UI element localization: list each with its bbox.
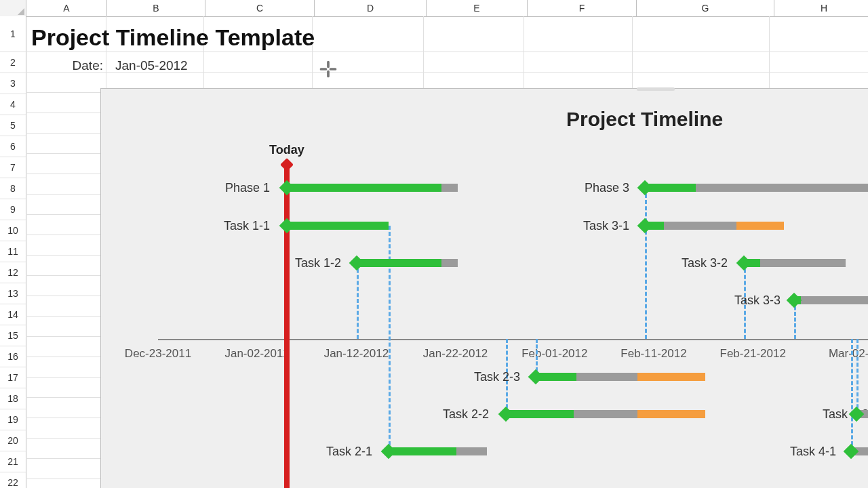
row-header[interactable]: 11 — [0, 241, 26, 262]
axis-tick: Feb-11-2012 — [620, 347, 686, 361]
bar-label: Task 1-1 — [224, 219, 270, 233]
row-header[interactable]: 7 — [0, 157, 26, 178]
row-header[interactable]: 17 — [0, 367, 26, 388]
row-header[interactable]: 10 — [0, 220, 26, 241]
date-label: Date: — [33, 58, 103, 73]
bar-complete — [389, 447, 456, 455]
column-header[interactable]: C — [205, 0, 315, 16]
start-diamond-icon — [844, 444, 859, 460]
axis-tick: Mar-02-2 — [829, 347, 868, 361]
row-header[interactable]: 14 — [0, 304, 26, 325]
axis-tick: Dec-23-2011 — [125, 347, 191, 361]
bar-complete — [357, 259, 441, 267]
start-diamond-icon — [498, 407, 514, 422]
chart-title: Project Timeline — [566, 108, 723, 131]
row-header[interactable]: 12 — [0, 262, 26, 283]
timeline-chart[interactable]: Project Timeline Today Dec-23-2011Jan-02… — [100, 88, 868, 488]
bar-label: Phase 1 — [225, 181, 270, 195]
bar-label: Task 2-2 — [443, 407, 489, 422]
bar-label: Task 3-3 — [734, 293, 781, 308]
start-diamond-icon — [528, 369, 544, 385]
bar-label: Task 2-1 — [326, 445, 372, 459]
leader-line — [851, 339, 853, 451]
axis-tick: Jan-22-2012 — [423, 347, 488, 361]
bar-complete — [287, 184, 441, 192]
select-all-corner[interactable] — [0, 0, 26, 16]
column-header[interactable]: G — [637, 0, 774, 16]
bar-complete — [287, 222, 389, 230]
spreadsheet-canvas[interactable]: ABCDEFGH 1234567891011121314151617181920… — [0, 0, 868, 488]
leader-line — [645, 188, 647, 339]
row-header[interactable]: 6 — [0, 136, 26, 157]
start-diamond-icon — [787, 293, 802, 308]
row-header[interactable]: 21 — [0, 451, 26, 472]
row-header[interactable]: 16 — [0, 346, 26, 367]
start-diamond-icon — [381, 444, 397, 460]
bar-overtime — [637, 373, 705, 381]
bar-label: Task 3-2 — [682, 256, 728, 270]
row-header[interactable]: 20 — [0, 430, 26, 451]
column-header-row: ABCDEFGH — [0, 0, 868, 17]
row-header[interactable]: 13 — [0, 283, 26, 304]
row-header[interactable]: 22 — [0, 472, 26, 488]
leader-line — [856, 339, 859, 414]
row-header[interactable]: 9 — [0, 199, 26, 220]
row-header[interactable]: 8 — [0, 178, 26, 199]
bar-label: Task 3-1 — [583, 219, 629, 233]
bar-duration — [794, 296, 868, 304]
date-value[interactable]: Jan-05-2012 — [115, 58, 210, 73]
axis-tick: Feb-01-2012 — [521, 347, 587, 361]
start-diamond-icon — [637, 218, 653, 234]
leader-line — [357, 263, 359, 339]
bar-overtime — [637, 410, 705, 418]
column-header[interactable]: A — [26, 0, 107, 16]
x-axis — [158, 339, 868, 340]
column-header[interactable]: E — [427, 0, 528, 16]
bar-label: Task 4-1 — [790, 445, 836, 459]
bar-label: Task 2-3 — [474, 370, 520, 384]
column-header[interactable]: D — [315, 0, 427, 16]
page-title: Project Timeline Template — [31, 24, 315, 51]
row-header[interactable]: 3 — [0, 73, 26, 94]
bar-label: Task 1-2 — [295, 256, 341, 270]
axis-tick: Feb-21-2012 — [720, 347, 786, 361]
row-header[interactable]: 4 — [0, 94, 26, 115]
chart-resize-handle-top[interactable] — [637, 87, 675, 91]
bar-label: Phase 3 — [585, 181, 629, 195]
row-header[interactable]: 5 — [0, 115, 26, 136]
bar-overtime — [736, 222, 784, 230]
column-header[interactable]: F — [528, 0, 637, 16]
start-diamond-icon — [279, 180, 295, 196]
cell-cursor-icon — [319, 60, 338, 79]
today-marker — [284, 163, 290, 488]
axis-tick: Jan-12-2012 — [324, 347, 389, 361]
axis-tick: Jan-02-2012 — [224, 347, 289, 361]
bar-complete — [506, 410, 574, 418]
row-header[interactable]: 1 — [0, 16, 26, 52]
row-header[interactable]: 2 — [0, 52, 26, 73]
row-header-strip: 12345678910111213141516171819202122 — [0, 16, 26, 488]
row-header[interactable]: 18 — [0, 388, 26, 409]
column-header[interactable]: B — [107, 0, 205, 16]
start-diamond-icon — [736, 256, 752, 271]
start-diamond-icon — [279, 218, 295, 234]
start-diamond-icon — [637, 180, 653, 196]
start-diamond-icon — [349, 256, 365, 271]
row-header[interactable]: 15 — [0, 325, 26, 346]
row-header[interactable]: 19 — [0, 409, 26, 430]
today-label: Today — [269, 143, 304, 157]
column-header[interactable]: H — [774, 0, 868, 16]
